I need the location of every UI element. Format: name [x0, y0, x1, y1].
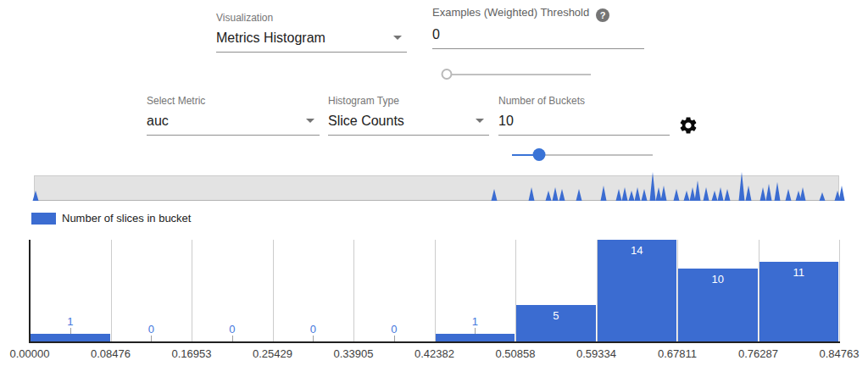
- x-axis-tick-label: 0.08476: [84, 347, 138, 360]
- bar-label-leader-line: [151, 336, 152, 341]
- x-axis-tick-label: 0.16953: [164, 347, 219, 360]
- chart-gridline: [192, 240, 192, 341]
- x-axis-tick-label: 0.50858: [488, 347, 542, 360]
- bar-value-label: 11: [773, 266, 824, 279]
- bar-label-leader-line: [475, 328, 476, 334]
- chart-gridline: [111, 240, 112, 341]
- histogram-bar[interactable]: [436, 334, 515, 341]
- chart-gridline: [839, 240, 840, 341]
- x-axis-line: [29, 341, 840, 343]
- bar-value-label: 0: [215, 323, 249, 336]
- histogram-bar[interactable]: [31, 334, 110, 341]
- bar-value-label: 14: [611, 244, 662, 257]
- x-axis-tick-label: 0.76287: [732, 347, 786, 360]
- y-axis-line: [29, 240, 31, 341]
- x-axis-tick-label: 0.33905: [326, 347, 381, 360]
- chart-gridline: [273, 240, 274, 341]
- x-axis-tick-label: 0.84763: [812, 347, 866, 360]
- bar-value-label: 0: [377, 323, 411, 336]
- bar-label-leader-line: [232, 336, 233, 341]
- bar-label-leader-line: [313, 336, 314, 341]
- metrics-histogram-chart: 10000151410110.000000.084760.169530.2542…: [0, 0, 868, 366]
- bar-label-leader-line: [70, 328, 71, 334]
- bar-value-label: 5: [531, 309, 581, 322]
- x-axis-tick-label: 0.42382: [408, 347, 462, 360]
- x-axis-tick-label: 0.25429: [246, 347, 300, 360]
- bar-value-label: 1: [458, 315, 492, 328]
- chart-gridline: [435, 240, 436, 341]
- x-axis-tick-label: 0.00000: [3, 347, 57, 360]
- bar-value-label: 1: [53, 315, 87, 328]
- bar-value-label: 10: [693, 273, 743, 286]
- chart-gridline: [353, 240, 354, 341]
- x-axis-tick-label: 0.59334: [570, 347, 624, 360]
- x-axis-tick-label: 0.67811: [650, 347, 704, 360]
- bar-label-leader-line: [394, 336, 395, 341]
- bar-value-label: 0: [134, 323, 168, 336]
- bar-value-label: 0: [296, 323, 330, 336]
